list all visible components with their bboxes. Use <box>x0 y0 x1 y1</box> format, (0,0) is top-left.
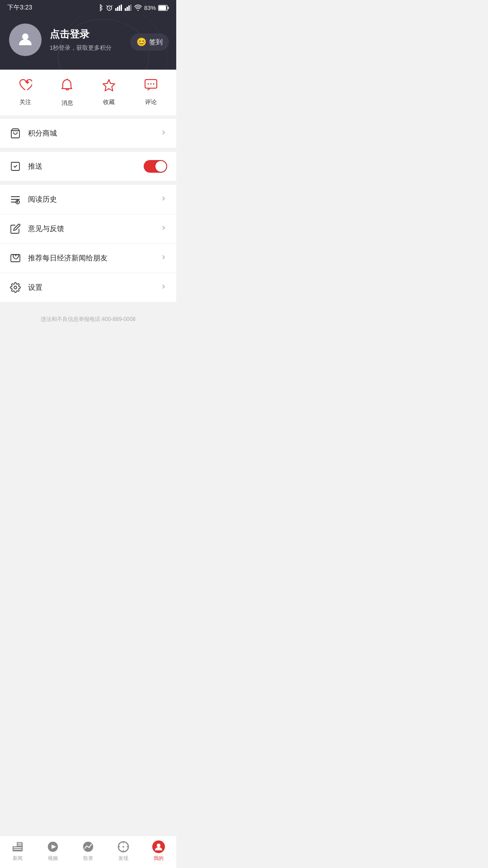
star-icon <box>102 79 116 94</box>
nav-mine-label: 我的 <box>154 855 164 862</box>
status-time: 下午3:23 <box>7 4 32 12</box>
status-icons: 83% <box>97 4 169 11</box>
nav-invest-label: 投资 <box>83 855 93 862</box>
svg-rect-6 <box>127 7 128 11</box>
action-message[interactable]: 消息 <box>47 79 89 107</box>
footer-note: 违法和不良信息举报电话:400-889-0008 <box>0 302 176 332</box>
menu-settings-label: 设置 <box>28 283 160 292</box>
action-collect-label: 收藏 <box>103 98 115 106</box>
svg-point-43 <box>157 844 160 847</box>
action-message-label: 消息 <box>61 99 73 107</box>
edit-icon <box>9 222 22 235</box>
svg-rect-3 <box>119 5 120 11</box>
play-icon <box>47 840 59 853</box>
svg-rect-4 <box>121 5 122 11</box>
nav-discover-label: 发现 <box>118 855 128 862</box>
arrow-icon-shop <box>160 129 167 138</box>
action-follow-label: 关注 <box>19 98 31 106</box>
svg-rect-7 <box>128 5 130 11</box>
svg-point-16 <box>147 83 149 85</box>
arrow-icon-recommend <box>160 254 167 263</box>
svg-point-38 <box>122 846 124 848</box>
bottom-nav: 新闻 视频 投资 <box>0 835 176 868</box>
profile-header: 点击登录 1秒登录，获取更多积分 😊 签到 <box>0 14 176 70</box>
compass-icon <box>117 840 130 853</box>
arrow-icon-history <box>160 195 167 204</box>
svg-marker-14 <box>103 80 115 91</box>
quick-actions: 关注 消息 收藏 <box>0 70 176 119</box>
nav-discover[interactable]: 发现 <box>106 840 141 862</box>
menu-recommend-label: 推荐每日经济新闻给朋友 <box>28 254 160 263</box>
chat-icon <box>144 79 158 94</box>
menu-item-feedback[interactable]: 意见与反馈 <box>0 214 176 244</box>
trend-icon <box>82 840 94 853</box>
settings-icon <box>9 281 22 294</box>
svg-rect-11 <box>168 6 169 9</box>
login-title[interactable]: 点击登录 <box>50 28 167 41</box>
push-icon <box>9 160 22 173</box>
nav-video-label: 视频 <box>48 855 58 862</box>
checkin-label: 签到 <box>149 38 163 47</box>
action-follow[interactable]: 关注 <box>5 79 47 107</box>
bag-icon <box>9 127 22 140</box>
nav-invest[interactable]: 投资 <box>70 840 106 862</box>
svg-rect-31 <box>18 844 22 845</box>
svg-rect-30 <box>18 843 22 844</box>
action-comment-label: 评论 <box>145 98 157 106</box>
person-icon <box>152 840 165 853</box>
menu-shop-label: 积分商城 <box>28 129 160 138</box>
nav-news-label: 新闻 <box>13 855 23 862</box>
menu-item-history[interactable]: 阅读历史 <box>0 185 176 214</box>
news-icon <box>11 840 24 853</box>
menu-item-settings[interactable]: 设置 <box>0 273 176 302</box>
arrow-icon-settings <box>160 283 167 292</box>
menu-item-push[interactable]: 推送 <box>0 152 176 181</box>
menu-list: 积分商城 推送 <box>0 119 176 302</box>
menu-item-recommend[interactable]: 推荐每日经济新闻给朋友 <box>0 244 176 273</box>
svg-point-26 <box>14 286 17 289</box>
svg-rect-5 <box>125 8 126 11</box>
menu-item-shop[interactable]: 积分商城 <box>0 119 176 148</box>
heart-plus-icon <box>19 79 32 94</box>
nav-mine[interactable]: 我的 <box>141 840 176 862</box>
action-comment[interactable]: 评论 <box>130 79 172 107</box>
nav-news[interactable]: 新闻 <box>0 840 35 862</box>
svg-point-17 <box>150 83 151 85</box>
login-subtitle: 1秒登录，获取更多积分 <box>50 44 167 52</box>
battery-percent: 83% <box>144 5 156 11</box>
svg-rect-2 <box>117 7 118 11</box>
checkin-button[interactable]: 😊 签到 <box>130 33 169 51</box>
history-icon <box>9 193 22 206</box>
svg-rect-1 <box>115 8 117 11</box>
menu-feedback-label: 意见与反馈 <box>28 224 160 234</box>
menu-history-label: 阅读历史 <box>28 195 160 204</box>
avatar[interactable] <box>9 24 42 56</box>
main-content: 点击登录 1秒登录，获取更多积分 😊 签到 关注 <box>0 14 176 364</box>
share-heart-icon <box>9 252 22 264</box>
action-collect[interactable]: 收藏 <box>88 79 130 107</box>
svg-rect-33 <box>14 849 22 850</box>
menu-push-label: 推送 <box>28 162 144 171</box>
profile-info: 点击登录 1秒登录，获取更多积分 <box>50 28 167 52</box>
status-bar: 下午3:23 83% <box>0 0 176 14</box>
push-toggle[interactable] <box>144 160 167 173</box>
divider-2 <box>0 181 176 185</box>
divider-1 <box>0 148 176 152</box>
nav-video[interactable]: 视频 <box>35 840 70 862</box>
svg-point-13 <box>22 33 28 40</box>
svg-rect-12 <box>159 5 166 10</box>
avatar-icon <box>17 31 33 49</box>
svg-point-18 <box>153 83 154 85</box>
svg-rect-8 <box>130 5 131 11</box>
svg-rect-32 <box>14 847 22 848</box>
arrow-icon-feedback <box>160 224 167 233</box>
svg-rect-29 <box>14 843 17 846</box>
checkin-emoji-icon: 😊 <box>136 37 146 47</box>
bell-icon <box>61 79 73 95</box>
svg-point-9 <box>137 10 138 11</box>
toggle-knob <box>155 161 166 172</box>
